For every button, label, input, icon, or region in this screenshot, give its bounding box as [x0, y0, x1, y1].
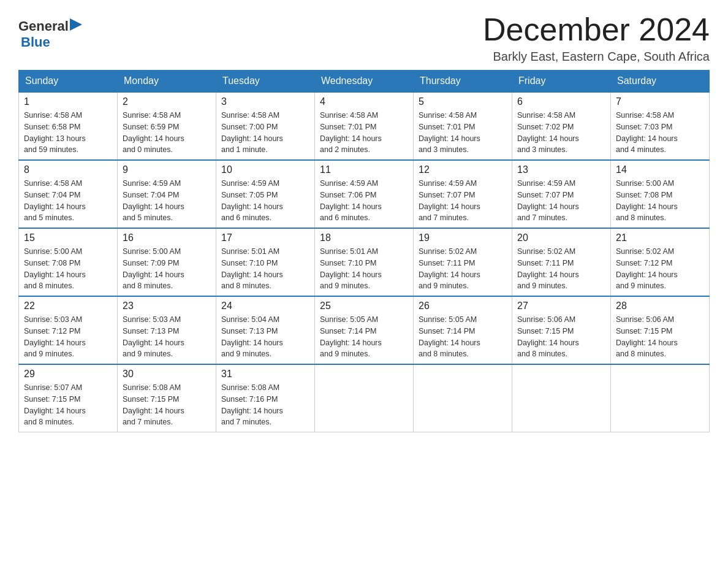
- day-number: 17: [221, 232, 309, 243]
- day-header-monday: Monday: [118, 71, 216, 93]
- day-header-friday: Friday: [512, 71, 611, 93]
- day-number: 6: [517, 96, 605, 107]
- day-info: Sunrise: 5:00 AM Sunset: 7:09 PM Dayligh…: [123, 246, 211, 292]
- day-info: Sunrise: 5:01 AM Sunset: 7:10 PM Dayligh…: [221, 246, 309, 292]
- day-number: 1: [24, 96, 112, 107]
- day-number: 26: [419, 301, 507, 312]
- calendar-cell: 1 Sunrise: 4:58 AM Sunset: 6:58 PM Dayli…: [19, 92, 118, 160]
- day-info: Sunrise: 4:59 AM Sunset: 7:05 PM Dayligh…: [221, 178, 309, 224]
- calendar-cell: 8 Sunrise: 4:58 AM Sunset: 7:04 PM Dayli…: [19, 160, 118, 228]
- calendar-cell: 23 Sunrise: 5:03 AM Sunset: 7:13 PM Dayl…: [118, 296, 216, 364]
- calendar-cell: 19 Sunrise: 5:02 AM Sunset: 7:11 PM Dayl…: [414, 228, 512, 296]
- day-number: 20: [517, 232, 605, 243]
- month-title: December 2024: [483, 12, 710, 47]
- calendar-header-row: SundayMondayTuesdayWednesdayThursdayFrid…: [19, 71, 710, 93]
- day-info: Sunrise: 4:58 AM Sunset: 7:00 PM Dayligh…: [221, 110, 309, 156]
- day-header-sunday: Sunday: [19, 71, 118, 93]
- day-header-tuesday: Tuesday: [216, 71, 315, 93]
- calendar-cell: 12 Sunrise: 4:59 AM Sunset: 7:07 PM Dayl…: [414, 160, 512, 228]
- day-number: 16: [123, 232, 211, 243]
- day-info: Sunrise: 5:07 AM Sunset: 7:15 PM Dayligh…: [24, 382, 112, 428]
- day-number: 14: [616, 164, 704, 175]
- day-info: Sunrise: 5:00 AM Sunset: 7:08 PM Dayligh…: [616, 178, 704, 224]
- day-number: 21: [616, 232, 704, 243]
- calendar-cell: [512, 364, 611, 432]
- calendar-cell: 10 Sunrise: 4:59 AM Sunset: 7:05 PM Dayl…: [216, 160, 315, 228]
- calendar-cell: 21 Sunrise: 5:02 AM Sunset: 7:12 PM Dayl…: [611, 228, 710, 296]
- day-number: 12: [419, 164, 507, 175]
- day-number: 8: [24, 164, 112, 175]
- calendar-cell: 29 Sunrise: 5:07 AM Sunset: 7:15 PM Dayl…: [19, 364, 118, 432]
- day-header-wednesday: Wednesday: [315, 71, 414, 93]
- day-header-saturday: Saturday: [611, 71, 710, 93]
- day-number: 10: [221, 164, 309, 175]
- day-info: Sunrise: 4:58 AM Sunset: 6:58 PM Dayligh…: [24, 110, 112, 156]
- calendar-cell: 11 Sunrise: 4:59 AM Sunset: 7:06 PM Dayl…: [315, 160, 414, 228]
- calendar-cell: 6 Sunrise: 4:58 AM Sunset: 7:02 PM Dayli…: [512, 92, 611, 160]
- calendar-cell: 27 Sunrise: 5:06 AM Sunset: 7:15 PM Dayl…: [512, 296, 611, 364]
- calendar-cell: 4 Sunrise: 4:58 AM Sunset: 7:01 PM Dayli…: [315, 92, 414, 160]
- day-number: 22: [24, 301, 112, 312]
- day-info: Sunrise: 5:08 AM Sunset: 7:16 PM Dayligh…: [221, 382, 309, 428]
- day-info: Sunrise: 4:58 AM Sunset: 7:03 PM Dayligh…: [616, 110, 704, 156]
- day-number: 3: [221, 96, 309, 107]
- day-info: Sunrise: 5:05 AM Sunset: 7:14 PM Dayligh…: [320, 314, 408, 360]
- calendar-cell: 7 Sunrise: 4:58 AM Sunset: 7:03 PM Dayli…: [611, 92, 710, 160]
- day-info: Sunrise: 4:58 AM Sunset: 7:04 PM Dayligh…: [24, 178, 112, 224]
- calendar-cell: [315, 364, 414, 432]
- calendar-week-row: 8 Sunrise: 4:58 AM Sunset: 7:04 PM Dayli…: [19, 160, 710, 228]
- day-number: 28: [616, 301, 704, 312]
- day-number: 18: [320, 232, 408, 243]
- calendar-cell: 25 Sunrise: 5:05 AM Sunset: 7:14 PM Dayl…: [315, 296, 414, 364]
- calendar-cell: 9 Sunrise: 4:59 AM Sunset: 7:04 PM Dayli…: [118, 160, 216, 228]
- calendar-cell: 24 Sunrise: 5:04 AM Sunset: 7:13 PM Dayl…: [216, 296, 315, 364]
- day-info: Sunrise: 5:03 AM Sunset: 7:12 PM Dayligh…: [24, 314, 112, 360]
- day-info: Sunrise: 4:59 AM Sunset: 7:07 PM Dayligh…: [419, 178, 507, 224]
- day-info: Sunrise: 5:02 AM Sunset: 7:11 PM Dayligh…: [419, 246, 507, 292]
- day-info: Sunrise: 4:59 AM Sunset: 7:06 PM Dayligh…: [320, 178, 408, 224]
- page-header: General Blue December 2024 Barkly East, …: [18, 12, 710, 64]
- title-area: December 2024 Barkly East, Eastern Cape,…: [483, 12, 710, 64]
- day-info: Sunrise: 5:02 AM Sunset: 7:11 PM Dayligh…: [517, 246, 605, 292]
- day-info: Sunrise: 4:59 AM Sunset: 7:07 PM Dayligh…: [517, 178, 605, 224]
- calendar-cell: 30 Sunrise: 5:08 AM Sunset: 7:15 PM Dayl…: [118, 364, 216, 432]
- day-info: Sunrise: 5:06 AM Sunset: 7:15 PM Dayligh…: [616, 314, 704, 360]
- calendar-cell: 16 Sunrise: 5:00 AM Sunset: 7:09 PM Dayl…: [118, 228, 216, 296]
- calendar-cell: [414, 364, 512, 432]
- calendar-week-row: 22 Sunrise: 5:03 AM Sunset: 7:12 PM Dayl…: [19, 296, 710, 364]
- day-number: 25: [320, 301, 408, 312]
- calendar-week-row: 1 Sunrise: 4:58 AM Sunset: 6:58 PM Dayli…: [19, 92, 710, 160]
- calendar-week-row: 29 Sunrise: 5:07 AM Sunset: 7:15 PM Dayl…: [19, 364, 710, 432]
- day-number: 5: [419, 96, 507, 107]
- calendar-cell: 15 Sunrise: 5:00 AM Sunset: 7:08 PM Dayl…: [19, 228, 118, 296]
- logo-general-text: General: [18, 18, 69, 34]
- day-number: 11: [320, 164, 408, 175]
- day-info: Sunrise: 4:58 AM Sunset: 6:59 PM Dayligh…: [123, 110, 211, 156]
- calendar-cell: 3 Sunrise: 4:58 AM Sunset: 7:00 PM Dayli…: [216, 92, 315, 160]
- day-info: Sunrise: 5:01 AM Sunset: 7:10 PM Dayligh…: [320, 246, 408, 292]
- day-info: Sunrise: 5:04 AM Sunset: 7:13 PM Dayligh…: [221, 314, 309, 360]
- day-info: Sunrise: 4:58 AM Sunset: 7:02 PM Dayligh…: [517, 110, 605, 156]
- calendar-cell: 28 Sunrise: 5:06 AM Sunset: 7:15 PM Dayl…: [611, 296, 710, 364]
- day-number: 4: [320, 96, 408, 107]
- day-info: Sunrise: 4:59 AM Sunset: 7:04 PM Dayligh…: [123, 178, 211, 224]
- day-info: Sunrise: 5:03 AM Sunset: 7:13 PM Dayligh…: [123, 314, 211, 360]
- calendar-cell: [611, 364, 710, 432]
- day-info: Sunrise: 5:08 AM Sunset: 7:15 PM Dayligh…: [123, 382, 211, 428]
- calendar-cell: 14 Sunrise: 5:00 AM Sunset: 7:08 PM Dayl…: [611, 160, 710, 228]
- logo-blue-text: Blue: [21, 34, 50, 50]
- day-header-thursday: Thursday: [414, 71, 512, 93]
- day-number: 27: [517, 301, 605, 312]
- day-number: 30: [123, 369, 211, 380]
- day-number: 29: [24, 369, 112, 380]
- calendar-cell: 20 Sunrise: 5:02 AM Sunset: 7:11 PM Dayl…: [512, 228, 611, 296]
- calendar-cell: 26 Sunrise: 5:05 AM Sunset: 7:14 PM Dayl…: [414, 296, 512, 364]
- day-number: 19: [419, 232, 507, 243]
- calendar-cell: 5 Sunrise: 4:58 AM Sunset: 7:01 PM Dayli…: [414, 92, 512, 160]
- day-number: 15: [24, 232, 112, 243]
- calendar-table: SundayMondayTuesdayWednesdayThursdayFrid…: [18, 70, 710, 432]
- logo-triangle-icon: [70, 18, 82, 31]
- day-info: Sunrise: 4:58 AM Sunset: 7:01 PM Dayligh…: [320, 110, 408, 156]
- day-number: 13: [517, 164, 605, 175]
- day-number: 24: [221, 301, 309, 312]
